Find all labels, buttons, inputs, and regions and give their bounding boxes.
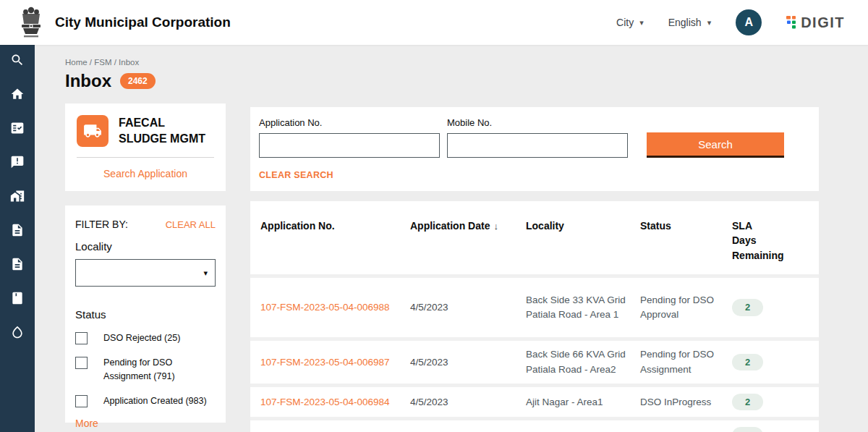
- table-row[interactable]: 107-FSM-2023-05-04-006988 4/5/2023 Back …: [250, 278, 819, 342]
- locality-dropdown[interactable]: ▾: [75, 259, 216, 287]
- locality-cell: Back Side 33 KVA Grid Patiala Road - Are…: [526, 293, 640, 323]
- city-buildings-icon[interactable]: [10, 189, 25, 203]
- status-option-label: Pending for DSO Assignment (791): [103, 356, 216, 384]
- city-selector-label: City: [616, 17, 634, 28]
- status-option-dso-rejected[interactable]: DSO Rejected (25): [75, 331, 216, 345]
- locality-label: Locality: [75, 240, 216, 253]
- status-option-label: DSO Rejected (25): [103, 331, 180, 345]
- water-drop-icon[interactable]: [10, 325, 25, 339]
- truck-icon: [77, 115, 109, 147]
- sla-days-badge: 2: [732, 427, 763, 432]
- search-panel: Application No. Mobile No. Search CLEAR …: [250, 107, 819, 191]
- status-cell: Pending for DSO Assignment: [640, 347, 732, 377]
- search-button[interactable]: Search: [647, 132, 784, 158]
- application-no-input[interactable]: [259, 133, 440, 158]
- col-header-locality: Locality: [526, 219, 640, 263]
- inbox-count-badge: 2462: [120, 73, 156, 89]
- application-date: 4/5/2023: [410, 300, 526, 315]
- page-title-row: Inbox 2462: [65, 71, 156, 91]
- home-icon[interactable]: [10, 87, 25, 101]
- fsm-module-card: FAECAL SLUDGE MGMT Search Application: [65, 103, 226, 191]
- application-date: 4/5/2023: [410, 395, 526, 410]
- application-no-label: Application No.: [259, 117, 440, 128]
- sla-days-badge: 2: [732, 299, 763, 316]
- more-filters-link[interactable]: More: [75, 418, 216, 429]
- avatar-initial: A: [744, 16, 753, 29]
- language-selector-label: English: [668, 17, 702, 28]
- checkbox-icon[interactable]: [75, 357, 88, 369]
- ledger-book-icon[interactable]: [10, 291, 25, 305]
- digit-logo-text: DIGIT: [801, 14, 845, 31]
- status-cell: Pending for DSO Approval: [640, 293, 732, 323]
- application-no-link[interactable]: 107-FSM-2023-05-04-006988: [260, 300, 410, 315]
- org-title: City Municipal Corporation: [55, 14, 231, 30]
- chevron-down-icon: ▾: [203, 268, 208, 278]
- clear-all-link[interactable]: CLEAR ALL: [166, 219, 216, 230]
- national-emblem-logo: [16, 5, 46, 40]
- col-header-status: Status: [640, 219, 732, 263]
- filter-panel: FILTER BY: CLEAR ALL Locality ▾ Status D…: [65, 206, 226, 423]
- locality-cell: Back Side 66 KVA Grid Patiala Road - Are…: [526, 347, 640, 377]
- main-content: Home / FSM / Inbox Inbox 2462 FAECAL SLU…: [35, 45, 868, 432]
- sla-days-badge: 2: [732, 354, 763, 371]
- city-selector[interactable]: City ▾: [616, 17, 644, 28]
- breadcrumb[interactable]: Home / FSM / Inbox: [65, 58, 139, 67]
- app-window: City Municipal Corporation City ▾ Englis…: [0, 0, 868, 432]
- table-row[interactable]: 107-FSM-2023-05-04-006987 4/5/2023 Back …: [250, 341, 819, 387]
- right-column: Application No. Mobile No. Search CLEAR …: [250, 107, 819, 432]
- application-date: 4/5/2023: [410, 428, 526, 432]
- filter-by-label: FILTER BY:: [75, 219, 128, 230]
- status-label: Status: [75, 308, 216, 321]
- table-row[interactable]: 107-FSM-2023-05-04-006983 4/5/2023 Ajit …: [250, 420, 819, 432]
- sla-days-badge: 2: [732, 394, 763, 411]
- mobile-no-input[interactable]: [447, 133, 628, 158]
- topbar-actions: City ▾ English ▾ A DIGIT: [616, 9, 868, 35]
- left-column: FAECAL SLUDGE MGMT Search Application FI…: [65, 103, 226, 423]
- checkbox-icon[interactable]: [75, 395, 88, 407]
- application-no-link[interactable]: 107-FSM-2023-05-04-006984: [260, 395, 410, 410]
- module-title: FAECAL SLUDGE MGMT: [119, 115, 214, 146]
- page-title: Inbox: [65, 71, 111, 91]
- sort-descending-icon[interactable]: ↓: [493, 221, 498, 232]
- chevron-down-icon: ▾: [639, 18, 644, 27]
- digit-logo-mark-icon: [786, 16, 797, 29]
- status-option-pending-dso-assignment[interactable]: Pending for DSO Assignment (791): [75, 356, 216, 384]
- fsm-module-header: FAECAL SLUDGE MGMT: [77, 115, 214, 158]
- document-icon[interactable]: [10, 223, 25, 237]
- col-header-sla-days: SLA Days Remaining: [732, 219, 799, 263]
- inbox-table: Application No. Application Date↓ Locali…: [250, 201, 819, 432]
- complaint-bubble-icon[interactable]: [10, 155, 25, 169]
- locality-cell: Ajit Nagar - Area1: [526, 428, 640, 432]
- checkbox-icon[interactable]: [75, 332, 88, 344]
- application-no-link[interactable]: 107-FSM-2023-05-04-006987: [260, 355, 410, 370]
- status-option-label: Application Created (983): [103, 394, 207, 408]
- status-option-application-created[interactable]: Application Created (983): [75, 394, 216, 408]
- status-cell: DSO InProgress: [640, 428, 732, 432]
- clear-search-link[interactable]: CLEAR SEARCH: [259, 170, 810, 180]
- top-header: City Municipal Corporation City ▾ Englis…: [0, 0, 868, 45]
- user-avatar[interactable]: A: [736, 9, 762, 35]
- locality-cell: Ajit Nagar - Area1: [526, 395, 640, 410]
- search-application-link[interactable]: Search Application: [77, 158, 214, 191]
- table-row[interactable]: 107-FSM-2023-05-04-006984 4/5/2023 Ajit …: [250, 387, 819, 421]
- col-header-application-no: Application No.: [260, 219, 410, 263]
- table-header-row: Application No. Application Date↓ Locali…: [250, 201, 819, 278]
- left-nav-rail: [0, 45, 35, 432]
- chevron-down-icon: ▾: [707, 18, 712, 27]
- mobile-no-label: Mobile No.: [447, 117, 628, 128]
- col-header-application-date[interactable]: Application Date↓: [410, 219, 526, 263]
- document-icon[interactable]: [10, 257, 25, 271]
- status-cell: DSO InProgress: [640, 395, 732, 410]
- checklist-icon[interactable]: [10, 121, 25, 135]
- search-icon[interactable]: [10, 53, 25, 67]
- application-date: 4/5/2023: [410, 355, 526, 370]
- digit-logo: DIGIT: [786, 14, 845, 31]
- language-selector[interactable]: English ▾: [668, 17, 711, 28]
- application-no-link[interactable]: 107-FSM-2023-05-04-006983: [260, 428, 410, 432]
